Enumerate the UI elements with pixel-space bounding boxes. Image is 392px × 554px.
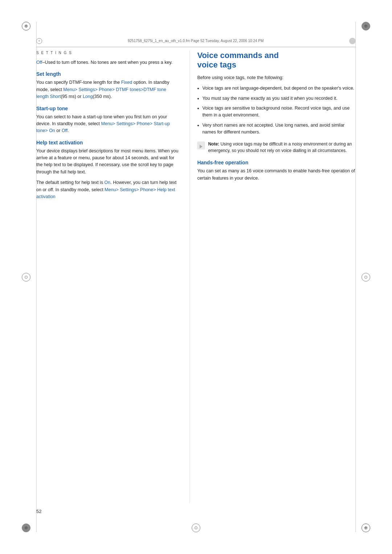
reg-mark-top-right — [362, 22, 370, 30]
off-link: Off — [36, 60, 42, 65]
startup-tone-heading: Start-up tone — [36, 106, 179, 111]
settings-link-1: Settings> — [78, 87, 97, 92]
voice-intro-text: Before using voice tags, note the follow… — [197, 74, 356, 81]
main-heading-line1: Voice commands and — [197, 51, 279, 60]
note-label: Note: — [208, 141, 219, 147]
reg-mark-bottom-right — [362, 524, 370, 532]
hands-free-heading: Hands-free operation — [197, 160, 356, 165]
phone-link-3: Phone> — [140, 187, 156, 192]
page-number: 52 — [36, 509, 41, 514]
dtmf-tones-link: DTMF tones> — [116, 87, 143, 92]
left-column: S e t t i n g s Off–Used to turn off ton… — [36, 51, 189, 503]
bullet-item-4: Very short names are not accepted. Use l… — [197, 122, 356, 136]
section-label: S e t t i n g s — [36, 51, 179, 55]
note-text: Note: Using voice tags may be difficult … — [208, 141, 356, 154]
right-column: Voice commands and voice tags Before usi… — [189, 51, 356, 503]
reg-mark-left-mid — [22, 273, 30, 282]
main-heading-line2: voice tags — [197, 60, 236, 69]
startup-tone-section: Start-up tone You can select to have a s… — [36, 106, 179, 135]
on-link-2: On — [105, 180, 111, 185]
header-crosshair: + — [36, 38, 42, 44]
note-box: Note: Using voice tags may be difficult … — [197, 141, 356, 154]
header-bar: + 9251758_6275i_1_en_au_oth_v1.0.fm Page… — [36, 36, 356, 47]
hands-free-body: You can set as many as 16 voice commands… — [197, 168, 356, 182]
hands-free-section: Hands-free operation You can set as many… — [197, 160, 356, 182]
reg-mark-bottom-center — [192, 524, 200, 532]
bullet-item-1: Voice tags are not language-dependent, b… — [197, 85, 356, 92]
note-body: Using voice tags may be difficult in a n… — [208, 141, 352, 153]
settings-link-2: Settings> — [117, 121, 135, 126]
set-length-body: You can specify DTMF-tone length for the… — [36, 79, 179, 100]
menu-link-1: Menu> — [63, 87, 77, 92]
menu-link-3: Menu> — [105, 187, 119, 192]
help-text-body2: The default setting for help text is On.… — [36, 179, 179, 200]
note-icon — [197, 141, 205, 149]
short-link: Short — [50, 94, 61, 99]
phone-link-1: Phone> — [99, 87, 114, 92]
header-gear-icon — [349, 38, 356, 44]
voice-bullets: Voice tags are not language-dependent, b… — [197, 85, 356, 136]
menu-link-2: Menu> — [101, 121, 115, 126]
off-link-2: Off — [62, 128, 68, 133]
startup-tone-body: You can select to have a start-up tone w… — [36, 114, 179, 135]
content-area: S e t t i n g s Off–Used to turn off ton… — [36, 51, 356, 503]
bullet-item-2: You must say the name exactly as you sai… — [197, 95, 356, 102]
help-text-section: Help text activation Your device display… — [36, 140, 179, 201]
phone-link-2: Phone> — [137, 121, 152, 126]
settings-link-3: Settings> — [120, 187, 139, 192]
reg-mark-top-left — [22, 22, 30, 30]
main-heading: Voice commands and voice tags — [197, 51, 356, 70]
reg-mark-right-mid — [362, 273, 370, 282]
help-text-body1: Your device displays brief descriptions … — [36, 148, 179, 176]
fixed-link: Fixed — [121, 80, 132, 85]
long-link: Long — [83, 94, 93, 99]
bullet-item-3: Voice tags are sensitive to background n… — [197, 105, 356, 119]
set-length-heading: Set length — [36, 71, 179, 77]
header-meta-text: 9251758_6275i_1_en_au_oth_v1.0.fm Page 5… — [42, 39, 349, 43]
set-length-section: Set length You can specify DTMF-tone len… — [36, 71, 179, 100]
reg-mark-bottom-left — [22, 524, 30, 532]
help-text-heading: Help text activation — [36, 140, 179, 145]
note-arrow-icon — [200, 145, 203, 148]
intro-text: Off–Used to turn off tones. No tones are… — [36, 59, 179, 66]
on-link-1: On — [49, 128, 55, 133]
